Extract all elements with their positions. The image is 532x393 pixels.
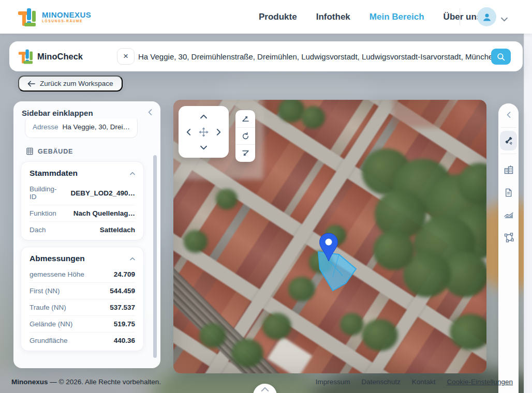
arrow-left-icon bbox=[27, 81, 35, 87]
card-title: Abmessungen bbox=[29, 254, 85, 263]
building-footprint-highlight bbox=[318, 252, 356, 291]
address-value: Ha Veggie, 30, Drei… bbox=[62, 123, 130, 131]
search-button[interactable] bbox=[491, 49, 511, 65]
footer-link-cookie-einstellungen[interactable]: Cookie-Einstellungen bbox=[447, 378, 513, 386]
polygon-select-button[interactable] bbox=[498, 226, 519, 249]
polygon-icon bbox=[504, 233, 514, 243]
row-label: Traufe (NN) bbox=[29, 304, 66, 311]
row-label: Grundfläche bbox=[29, 337, 68, 344]
footer: Minonexus — © 2026. Alle Rechte vorbehal… bbox=[0, 378, 524, 386]
sidebar-content: Adresse Ha Veggie, 30, Drei… GEBÄUDE Sta… bbox=[13, 119, 153, 368]
nav-link-infothek[interactable]: Infothek bbox=[316, 12, 350, 22]
pan-down-button[interactable] bbox=[198, 142, 209, 153]
footer-link-datenschutz[interactable]: Datenschutz bbox=[362, 378, 401, 386]
buildings-icon bbox=[504, 164, 514, 175]
pan-up-button[interactable] bbox=[198, 111, 209, 122]
toolbar-divider bbox=[500, 127, 516, 128]
map-pan-control bbox=[179, 106, 229, 158]
chevron-up-icon bbox=[130, 257, 135, 261]
stammdaten-card: Stammdaten Building-ID DEBY_LOD2_490… Fu… bbox=[21, 161, 144, 240]
row-value: 24.709 bbox=[114, 270, 135, 278]
section-title: GEBÄUDE bbox=[38, 148, 73, 155]
card-title: Stammdaten bbox=[29, 169, 78, 178]
nav-divider bbox=[460, 8, 460, 25]
toolbar-divider bbox=[500, 154, 516, 154]
row-label: First (NN) bbox=[29, 287, 60, 295]
sidebar-collapse-button[interactable] bbox=[148, 108, 152, 117]
angle-alt-icon bbox=[241, 149, 250, 158]
buildings-layer-button[interactable] bbox=[498, 158, 519, 181]
app-title: MinoCheck bbox=[37, 52, 87, 62]
satellite-view-button[interactable] bbox=[500, 131, 517, 150]
stammdaten-collapse-toggle[interactable]: Stammdaten bbox=[29, 169, 135, 181]
minocheck-logo-icon bbox=[19, 48, 34, 65]
building-sidebar: Sidebar einklappen Adresse Ha Veggie, 30… bbox=[13, 101, 160, 368]
data-row-grundflaeche: Grundfläche 440.36 bbox=[29, 332, 135, 349]
main-nav: Produkte Infothek Mein Bereich Über uns bbox=[259, 0, 481, 34]
search-input[interactable]: Ha Veggie, 30, Dreimühlenstraße, Dreimüh… bbox=[138, 52, 500, 61]
clear-search-button[interactable]: × bbox=[117, 48, 135, 65]
pan-center-icon[interactable] bbox=[198, 127, 209, 137]
row-label: gemessene Höhe bbox=[29, 270, 84, 278]
row-label: Dach bbox=[29, 226, 46, 234]
data-row-traufe: Traufe (NN) 537.537 bbox=[29, 299, 135, 316]
angle-icon bbox=[241, 114, 250, 123]
footer-link-impressum[interactable]: Impressum bbox=[316, 378, 350, 386]
user-menu-chevron-down-icon[interactable] bbox=[501, 14, 508, 24]
footer-brand: Minonexus bbox=[11, 378, 48, 386]
data-row-first: First (NN) 544.459 bbox=[29, 283, 135, 299]
back-button-label: Zurück zum Workspace bbox=[40, 80, 113, 87]
user-icon bbox=[482, 12, 492, 22]
user-avatar[interactable] bbox=[477, 7, 496, 26]
satellite-map[interactable] bbox=[173, 100, 486, 373]
gebaeude-section-header: GEBÄUDE bbox=[26, 147, 153, 155]
abmessungen-card: Abmessungen gemessene Höhe 24.709 First … bbox=[21, 247, 144, 351]
row-label: Building-ID bbox=[29, 185, 64, 201]
row-label: Gelände (NN) bbox=[29, 320, 72, 328]
sidebar-collapse-label: Sidebar einklappen bbox=[22, 109, 93, 117]
footer-links: Impressum Datenschutz Kontakt Cookie-Ein… bbox=[316, 378, 513, 386]
row-value: 537.537 bbox=[110, 304, 135, 311]
nav-link-mein-bereich[interactable]: Mein Bereich bbox=[370, 12, 424, 22]
building-grid-icon bbox=[26, 147, 34, 155]
footer-copyright-text: — © 2026. Alle Rechte vorbehalten. bbox=[50, 378, 161, 386]
nav-link-produkte[interactable]: Produkte bbox=[259, 12, 297, 22]
data-row-building-id: Building-ID DEBY_LOD2_490… bbox=[29, 181, 135, 205]
close-icon: × bbox=[123, 51, 128, 62]
data-row-funktion: Funktion Nach Quellenlag… bbox=[29, 205, 135, 222]
minocheck-search-bar: MinoCheck × Ha Veggie, 30, Dreimühlenstr… bbox=[9, 41, 523, 71]
satellite-icon bbox=[504, 135, 514, 146]
back-to-workspace-button[interactable]: Zurück zum Workspace bbox=[18, 75, 123, 92]
row-value: Satteldach bbox=[100, 226, 135, 234]
map-rotation-tools bbox=[235, 110, 255, 162]
brand-name: MINONEXUS bbox=[42, 11, 91, 19]
brand-logo[interactable]: MINONEXUS LÖSUNGS-RÄUME bbox=[18, 7, 91, 27]
data-row-gelaende: Gelände (NN) 519.75 bbox=[29, 316, 135, 332]
brand-tagline: LÖSUNGS-RÄUME bbox=[42, 19, 91, 23]
rotate-reset-button[interactable] bbox=[235, 127, 255, 145]
chevron-left-icon bbox=[507, 112, 511, 118]
pan-left-button[interactable] bbox=[183, 127, 194, 137]
abmessungen-collapse-toggle[interactable]: Abmessungen bbox=[29, 254, 135, 266]
data-row-dach: Dach Satteldach bbox=[29, 222, 135, 238]
nav-link-ueber-uns[interactable]: Über uns bbox=[444, 12, 482, 22]
sidebar-scrollbar[interactable] bbox=[153, 155, 157, 358]
data-row-hoehe: gemessene Höhe 24.709 bbox=[29, 266, 135, 283]
chevron-up-icon bbox=[130, 172, 135, 175]
pan-right-button[interactable] bbox=[213, 127, 224, 137]
magnifier-icon bbox=[497, 53, 505, 61]
angle-measure-button[interactable] bbox=[235, 110, 255, 127]
map-layers-toolbar bbox=[498, 103, 519, 393]
angle-measure-alt-button[interactable] bbox=[235, 144, 255, 162]
footer-link-kontakt[interactable]: Kontakt bbox=[412, 378, 436, 386]
navbar: MINONEXUS LÖSUNGS-RÄUME Produkte Infothe… bbox=[0, 0, 532, 34]
selected-building-marker[interactable] bbox=[311, 230, 367, 298]
copyright: Minonexus — © 2026. Alle Rechte vorbehal… bbox=[11, 378, 161, 386]
page-scrollbar[interactable] bbox=[524, 0, 532, 393]
address-card: Adresse Ha Veggie, 30, Drei… bbox=[25, 119, 138, 138]
document-button[interactable] bbox=[498, 181, 519, 204]
row-value: DEBY_LOD2_490… bbox=[70, 189, 135, 197]
collapse-panel-button[interactable] bbox=[498, 103, 519, 126]
terrain-chart-button[interactable] bbox=[498, 204, 519, 226]
minonexus-logo-icon bbox=[18, 7, 38, 27]
